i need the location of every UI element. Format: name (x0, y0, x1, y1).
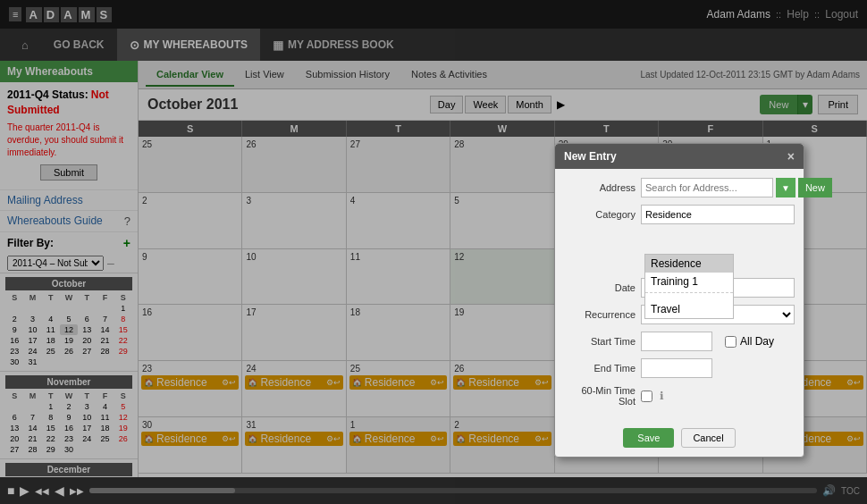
modal-overlay: New Entry × Address ▼ New Category Resid… (0, 0, 867, 504)
all-day-checkbox[interactable] (725, 336, 737, 348)
modal-title: New Entry (564, 150, 617, 163)
category-label: Category (564, 209, 636, 220)
sixty-min-row: 60-Min Time Slot ℹ (564, 385, 795, 407)
end-time-label: End Time (564, 363, 636, 374)
start-time-label: Start Time (564, 336, 636, 347)
start-time-input[interactable] (641, 332, 712, 351)
dropdown-option-travel[interactable]: Travel (645, 300, 733, 318)
modal-header: New Entry × (555, 144, 804, 169)
dropdown-divider (645, 292, 733, 298)
start-time-row: Start Time All Day (564, 332, 795, 351)
address-new-button[interactable]: New (798, 178, 832, 197)
save-button[interactable]: Save (623, 428, 674, 448)
all-day-row: All Day (725, 335, 774, 348)
sixty-min-checkbox[interactable] (641, 391, 652, 402)
date-label: Date (564, 282, 636, 293)
address-dropdown-button[interactable]: ▼ (776, 178, 795, 197)
address-row: Address ▼ New (564, 178, 795, 197)
address-input-group: ▼ New (641, 178, 832, 197)
dropdown-option-residence[interactable]: Residence (645, 255, 733, 273)
category-dropdown[interactable]: Residence Training 1 Travel (644, 254, 734, 319)
recurrence-label: Recurrence (564, 309, 636, 320)
address-label: Address (564, 182, 636, 193)
new-entry-modal: New Entry × Address ▼ New Category Resid… (554, 143, 804, 458)
modal-body: Address ▼ New Category Residence Trainin… (555, 169, 804, 423)
end-time-input[interactable] (641, 358, 712, 378)
cancel-button[interactable]: Cancel (681, 428, 735, 448)
all-day-label: All Day (740, 335, 774, 348)
end-time-row: End Time (564, 358, 795, 378)
category-input[interactable] (641, 205, 795, 224)
info-icon: ℹ (660, 390, 664, 402)
modal-close-button[interactable]: × (787, 149, 795, 164)
dropdown-option-training[interactable]: Training 1 (645, 273, 733, 290)
sixty-min-label: 60-Min Time Slot (564, 385, 636, 407)
modal-footer: Save Cancel (555, 423, 804, 457)
address-input[interactable] (641, 178, 773, 197)
category-row: Category Residence Training 1 Travel (564, 205, 795, 224)
